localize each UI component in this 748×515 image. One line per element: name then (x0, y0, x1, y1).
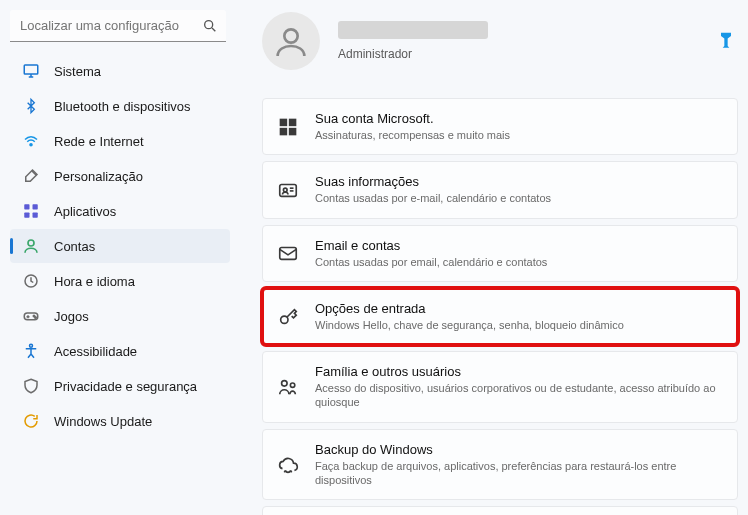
search-input[interactable] (10, 10, 226, 42)
svg-rect-9 (33, 213, 38, 218)
search-box[interactable] (10, 10, 226, 42)
card-sub: Acesso do dispositivo, usuários corporat… (315, 381, 723, 410)
search-icon (202, 18, 218, 34)
card-signin-options[interactable]: Opções de entrada Windows Hello, chave d… (262, 288, 738, 345)
card-title: Email e contas (315, 238, 547, 253)
svg-rect-8 (24, 213, 29, 218)
sidebar-item-label: Aplicativos (54, 204, 116, 219)
svg-point-5 (30, 144, 32, 146)
svg-rect-21 (280, 127, 288, 134)
svg-rect-23 (280, 184, 297, 196)
sidebar-item-label: Contas (54, 239, 95, 254)
svg-point-16 (35, 317, 37, 319)
rewards-icon[interactable] (716, 30, 736, 52)
card-sub: Windows Hello, chave de segurança, senha… (315, 318, 624, 332)
svg-point-29 (282, 381, 288, 387)
sidebar-item-rede[interactable]: Rede e Internet (10, 124, 230, 158)
card-sub: Contas usadas por email, calendário e co… (315, 255, 547, 269)
profile-role: Administrador (338, 47, 488, 61)
cloud-sync-icon (277, 454, 299, 476)
sidebar-item-label: Sistema (54, 64, 101, 79)
sidebar-item-label: Personalização (54, 169, 143, 184)
person-icon (22, 237, 40, 255)
card-your-info[interactable]: Suas informações Contas usadas por e-mai… (262, 161, 738, 218)
svg-rect-7 (33, 204, 38, 209)
wifi-icon (22, 132, 40, 150)
sidebar-item-label: Bluetooth e dispositivos (54, 99, 191, 114)
svg-rect-20 (289, 118, 297, 126)
sidebar-item-personalizacao[interactable]: Personalização (10, 159, 230, 193)
card-backup[interactable]: Backup do Windows Faça backup de arquivo… (262, 429, 738, 501)
sidebar-item-jogos[interactable]: Jogos (10, 299, 230, 333)
paintbrush-icon (22, 167, 40, 185)
profile-header: Administrador (262, 8, 738, 70)
svg-point-28 (281, 316, 288, 323)
svg-rect-2 (24, 65, 38, 74)
nav-list: Sistema Bluetooth e dispositivos Rede e … (8, 54, 232, 438)
update-icon (22, 412, 40, 430)
card-email-accounts[interactable]: Email e contas Contas usadas por email, … (262, 225, 738, 282)
sidebar-item-label: Windows Update (54, 414, 152, 429)
sidebar-item-label: Hora e idioma (54, 274, 135, 289)
svg-point-0 (205, 21, 213, 29)
svg-rect-6 (24, 204, 29, 209)
sidebar-item-sistema[interactable]: Sistema (10, 54, 230, 88)
sidebar-item-label: Jogos (54, 309, 89, 324)
card-title: Família e outros usuários (315, 364, 723, 379)
card-sub: Contas usadas por e-mail, calendário e c… (315, 191, 551, 205)
sidebar-item-aplicativos[interactable]: Aplicativos (10, 194, 230, 228)
sidebar-item-update[interactable]: Windows Update (10, 404, 230, 438)
svg-rect-27 (280, 248, 297, 260)
apps-icon (22, 202, 40, 220)
card-title: Suas informações (315, 174, 551, 189)
card-title: Opções de entrada (315, 301, 624, 316)
avatar (262, 12, 320, 70)
gamepad-icon (22, 307, 40, 325)
sidebar-item-bluetooth[interactable]: Bluetooth e dispositivos (10, 89, 230, 123)
id-card-icon (277, 179, 299, 201)
svg-point-30 (290, 383, 294, 387)
mail-icon (277, 242, 299, 264)
card-family-users[interactable]: Família e outros usuários Acesso do disp… (262, 351, 738, 423)
clock-globe-icon (22, 272, 40, 290)
monitor-icon (22, 62, 40, 80)
sidebar-item-contas[interactable]: Contas (10, 229, 230, 263)
svg-line-1 (212, 28, 215, 31)
microsoft-logo-icon (277, 116, 299, 138)
sidebar-item-hora[interactable]: Hora e idioma (10, 264, 230, 298)
sidebar-item-label: Acessibilidade (54, 344, 137, 359)
svg-point-18 (284, 29, 297, 42)
card-microsoft-account[interactable]: Sua conta Microsoft. Assinaturas, recomp… (262, 98, 738, 155)
sidebar-item-label: Privacidade e segurança (54, 379, 197, 394)
svg-rect-19 (280, 118, 288, 126)
card-sub: Assinaturas, recompensas e muito mais (315, 128, 510, 142)
card-sub: Faça backup de arquivos, aplicativos, pr… (315, 459, 723, 488)
card-title: Backup do Windows (315, 442, 723, 457)
svg-point-17 (30, 344, 33, 347)
sidebar-item-privacidade[interactable]: Privacidade e segurança (10, 369, 230, 403)
svg-point-10 (28, 240, 34, 246)
sidebar: Sistema Bluetooth e dispositivos Rede e … (0, 0, 238, 515)
card-work-school[interactable]: Acessar trabalho ou escola Recursos da o… (262, 506, 738, 515)
key-icon (277, 306, 299, 328)
sidebar-item-label: Rede e Internet (54, 134, 144, 149)
shield-icon (22, 377, 40, 395)
svg-rect-22 (289, 127, 297, 134)
sidebar-item-acessibilidade[interactable]: Acessibilidade (10, 334, 230, 368)
bluetooth-icon (22, 97, 40, 115)
family-icon (277, 376, 299, 398)
svg-point-24 (283, 188, 287, 192)
main-content: Administrador Sua conta Microsoft. Assin… (238, 0, 748, 515)
accessibility-icon (22, 342, 40, 360)
profile-name-redacted (338, 21, 488, 39)
card-title: Sua conta Microsoft. (315, 111, 510, 126)
